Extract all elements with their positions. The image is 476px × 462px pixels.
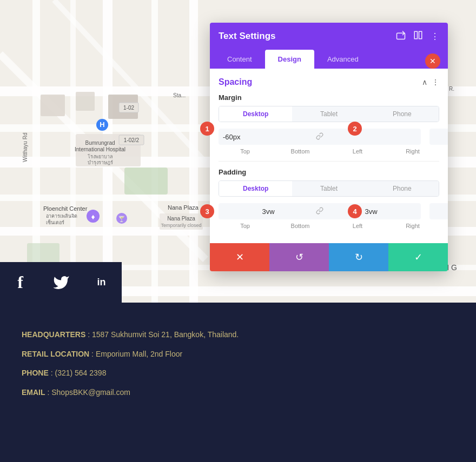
- spacing-section-controls: ∧ ⋮: [422, 78, 439, 86]
- svg-text:Ploenchit Center: Ploenchit Center: [43, 205, 88, 212]
- spacing-title: Spacing: [219, 77, 252, 87]
- facebook-icon[interactable]: f: [0, 262, 41, 303]
- margin-phone-tab[interactable]: Phone: [366, 106, 439, 122]
- panel-tabs-row: Content Design Advanced ✕: [210, 50, 448, 69]
- email-label: EMAIL: [22, 388, 45, 397]
- padding-top-label: Top: [219, 223, 272, 229]
- padding-phone-tab[interactable]: Phone: [366, 181, 439, 196]
- twitter-icon[interactable]: [41, 262, 81, 303]
- padding-top-bottom-pair: [219, 203, 421, 219]
- margin-input-labels: Top Bottom Left Right: [219, 148, 439, 155]
- margin-left-right-labels: Left Right: [331, 148, 439, 155]
- svg-text:โรงพยาบาล: โรงพยาบาล: [88, 154, 113, 159]
- tab-content[interactable]: Content: [214, 50, 265, 69]
- padding-bottom-label: Bottom: [274, 223, 327, 229]
- svg-text:H: H: [100, 120, 104, 129]
- footer-info: HEADQUARTERS : 1587 Sukhumvit Soi 21, Ba…: [22, 330, 454, 398]
- svg-text:Bumrungrad: Bumrungrad: [85, 140, 115, 146]
- headquarters-value: : 1587 Sukhumvit Soi 21, Bangkok, Thaila…: [88, 330, 239, 339]
- step-badge-2: 2: [348, 122, 362, 136]
- panel-header-icons: ⋮: [396, 30, 439, 42]
- section-divider: [219, 161, 439, 162]
- retail-line: RETAIL LOCATION : Emporium Mall, 2nd Flo…: [22, 349, 454, 360]
- svg-text:Sta...: Sta...: [173, 92, 186, 98]
- svg-text:เซ็นเตอร์: เซ็นเตอร์: [46, 219, 64, 225]
- action-bar: ✕ ↺ ↻ ✓: [210, 243, 448, 271]
- padding-desktop-tab[interactable]: Desktop: [219, 181, 292, 196]
- spacing-more-btn[interactable]: ⋮: [432, 78, 439, 86]
- svg-text:International Hospital: International Hospital: [75, 146, 125, 152]
- padding-top-bottom-labels: Top Bottom: [219, 223, 327, 229]
- margin-inputs: [219, 129, 439, 145]
- svg-text:Nana Plaza: Nana Plaza: [168, 204, 199, 211]
- svg-text:Nana Plaza: Nana Plaza: [167, 216, 195, 222]
- margin-desktop-tab[interactable]: Desktop: [219, 106, 292, 122]
- margin-top-label: Top: [219, 148, 272, 155]
- padding-left-right-pair: [429, 203, 448, 219]
- panel-header: Text Settings ⋮: [210, 23, 448, 50]
- panel-close-button[interactable]: ✕: [425, 53, 440, 69]
- cancel-button[interactable]: ✕: [210, 243, 269, 271]
- step-badge-4: 4: [348, 204, 362, 218]
- phone-value: : (321) 564 2398: [51, 369, 107, 377]
- padding-left-label: Left: [331, 223, 384, 229]
- panel-body: Spacing ∧ ⋮ Margin Desktop Tablet Phone: [210, 69, 448, 243]
- padding-tablet-tab[interactable]: Tablet: [292, 181, 365, 196]
- tab-advanced[interactable]: Advanced: [314, 50, 372, 69]
- padding-device-tabs: Desktop Tablet Phone: [219, 180, 439, 197]
- padding-left-input[interactable]: [434, 207, 448, 216]
- undo-button[interactable]: ↺: [269, 243, 329, 271]
- svg-text:1-02: 1-02: [123, 105, 134, 111]
- svg-rect-50: [414, 31, 417, 39]
- confirm-button[interactable]: ✓: [388, 243, 448, 271]
- panel-columns-icon[interactable]: [413, 30, 423, 42]
- margin-right-label: Right: [386, 148, 439, 155]
- panel-responsive-icon[interactable]: [396, 30, 406, 42]
- svg-rect-12: [189, 0, 198, 313]
- phone-line: PHONE : (321) 564 2398: [22, 368, 454, 379]
- spacing-section-header: Spacing ∧ ⋮: [219, 77, 439, 87]
- margin-bottom-label: Bottom: [274, 148, 327, 155]
- padding-label: Padding: [219, 168, 439, 176]
- padding-top-input[interactable]: [223, 207, 314, 216]
- retail-value: : Emporium Mall, 2nd Floor: [91, 350, 182, 358]
- margin-tablet-tab[interactable]: Tablet: [292, 106, 365, 122]
- phone-label: PHONE: [22, 369, 49, 377]
- svg-text:🍸: 🍸: [118, 215, 125, 223]
- svg-rect-51: [419, 31, 422, 39]
- margin-link-icon-1: [316, 132, 323, 142]
- svg-text:♦: ♦: [91, 212, 95, 221]
- margin-bottom-input[interactable]: [326, 133, 416, 141]
- margin-left-right-pair: [429, 129, 448, 145]
- panel-more-icon[interactable]: ⋮: [431, 31, 439, 42]
- social-icons-container: f in: [0, 262, 122, 303]
- text-settings-panel: Text Settings ⋮ Content Design Advanced …: [210, 23, 448, 271]
- margin-device-tabs: Desktop Tablet Phone: [219, 106, 439, 122]
- margin-label: Margin: [219, 93, 439, 102]
- linkedin-icon[interactable]: in: [81, 262, 122, 303]
- headquarters-line: HEADQUARTERS : 1587 Sukhumvit Soi 21, Ba…: [22, 330, 454, 340]
- svg-rect-15: [124, 168, 168, 195]
- footer: HEADQUARTERS : 1587 Sukhumvit Soi 21, Ba…: [0, 303, 476, 462]
- tab-design[interactable]: Design: [265, 50, 314, 69]
- svg-rect-18: [76, 92, 95, 111]
- email-value: : ShopsBKK@gmail.com: [47, 388, 130, 397]
- padding-bottom-input[interactable]: [326, 207, 416, 216]
- margin-left-input[interactable]: [434, 133, 448, 141]
- svg-text:Temporarily closed: Temporarily closed: [161, 223, 201, 228]
- step-badge-1: 1: [200, 122, 214, 136]
- margin-top-input[interactable]: [223, 133, 314, 141]
- svg-rect-17: [41, 95, 65, 116]
- spacing-collapse-btn[interactable]: ∧: [422, 78, 427, 86]
- padding-left-right-labels: Left Right: [331, 223, 439, 229]
- padding-link-icon-1: [316, 207, 323, 216]
- svg-text:อาคารเพลินจิต: อาคารเพลินจิต: [46, 213, 77, 219]
- redo-button[interactable]: ↻: [329, 243, 388, 271]
- svg-rect-11: [151, 0, 158, 313]
- svg-text:บำรุงราษฎร์: บำรุงราษฎร์: [88, 159, 113, 166]
- headquarters-label: HEADQUARTERS: [22, 330, 85, 339]
- svg-text:1-02/2: 1-02/2: [124, 137, 140, 143]
- step-badge-3: 3: [200, 204, 214, 218]
- margin-left-label: Left: [331, 148, 384, 155]
- retail-label: RETAIL LOCATION: [22, 350, 89, 358]
